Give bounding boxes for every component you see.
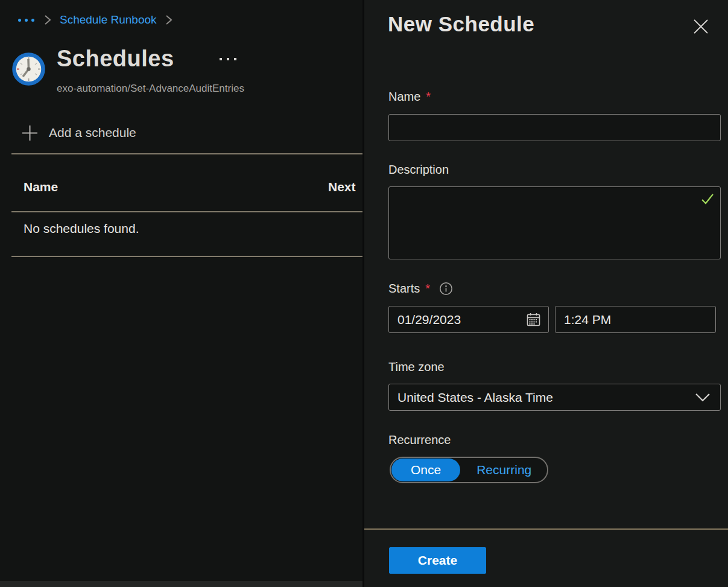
plus-icon: [22, 125, 38, 141]
info-icon[interactable]: [439, 282, 453, 296]
close-icon[interactable]: [690, 16, 712, 37]
timezone-field-label: Time zone: [388, 360, 445, 374]
starts-field-label: Starts *: [388, 282, 453, 296]
name-field-label: Name *: [388, 90, 431, 104]
recurrence-option-recurring[interactable]: Recurring: [461, 458, 547, 481]
add-schedule-label: Add a schedule: [49, 125, 136, 140]
footer-divider: [364, 528, 728, 530]
start-time-input-box: [555, 306, 716, 333]
name-input[interactable]: [389, 115, 720, 141]
start-time-input[interactable]: [555, 306, 715, 332]
column-header-next[interactable]: Next: [328, 180, 356, 194]
divider: [11, 211, 363, 212]
start-date-input-box: [388, 306, 549, 333]
page-title: Schedules: [57, 46, 174, 72]
recurrence-toggle: Once Recurring: [390, 457, 548, 483]
required-marker: *: [426, 90, 431, 104]
add-schedule-button[interactable]: Add a schedule: [22, 121, 136, 144]
schedules-clock-icon: [12, 52, 45, 88]
panel-title: New Schedule: [388, 12, 534, 36]
recurrence-option-once[interactable]: Once: [391, 458, 460, 481]
recurrence-label-text: Recurrence: [388, 433, 451, 447]
chevron-down-icon: [695, 393, 720, 402]
timezone-selected-value: United States - Alaska Time: [389, 390, 553, 405]
timezone-label-text: Time zone: [388, 360, 445, 374]
more-menu-icon[interactable]: [218, 54, 238, 64]
schedule-runbook-page: Schedule Runbook Schedule: [0, 0, 728, 587]
empty-table-message: No schedules found.: [24, 221, 139, 236]
description-label-text: Description: [388, 163, 449, 177]
chevron-right-icon: [44, 14, 51, 25]
page-subtitle: exo-automation/Set-AdvanceAuditEntries: [57, 83, 244, 95]
description-textarea[interactable]: [389, 187, 720, 259]
recurrence-field-label: Recurrence: [388, 433, 451, 447]
schedules-list-panel: Schedule Runbook Schedule: [0, 0, 362, 587]
valid-check-icon: [701, 193, 714, 208]
new-schedule-panel: New Schedule Name * Description Starts *: [362, 0, 728, 587]
divider: [11, 153, 363, 154]
calendar-icon[interactable]: [526, 312, 548, 327]
start-date-input[interactable]: [389, 306, 526, 332]
name-label-text: Name: [388, 90, 420, 104]
create-button[interactable]: Create: [389, 547, 486, 574]
divider: [11, 256, 363, 257]
description-field-label: Description: [388, 163, 449, 177]
breadcrumb: Schedule Runbook: [17, 11, 173, 29]
name-input-box: [388, 114, 721, 141]
breadcrumb-link-schedule-runbook[interactable]: Schedule Runbook: [60, 13, 157, 27]
chevron-right-icon: [165, 14, 173, 25]
description-input-box: [388, 186, 721, 259]
horizontal-scrollbar[interactable]: [0, 581, 362, 587]
column-header-name[interactable]: Name: [24, 180, 58, 194]
breadcrumb-ellipsis-icon[interactable]: [17, 15, 36, 25]
required-marker: *: [425, 282, 430, 296]
timezone-dropdown[interactable]: United States - Alaska Time: [388, 384, 721, 411]
starts-label-text: Starts: [388, 282, 420, 296]
